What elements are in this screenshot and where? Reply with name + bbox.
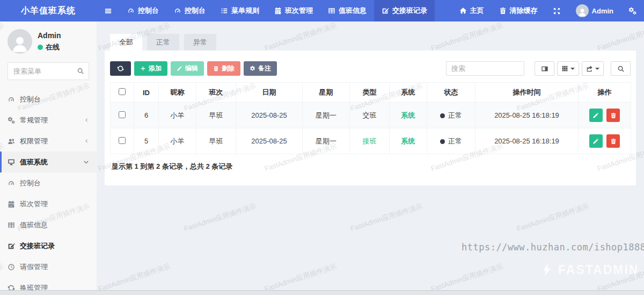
row-delete-button[interactable] xyxy=(606,109,620,122)
hamburger-icon xyxy=(104,7,112,15)
delete-button[interactable]: 删除 xyxy=(207,61,240,76)
column-header-actions: 操作 xyxy=(579,83,631,103)
nav-tab-dashboard-2[interactable]: 控制台 xyxy=(166,0,213,21)
sidebar-item-general-management[interactable]: 常规管理 xyxy=(0,110,97,131)
home-icon xyxy=(459,7,467,15)
nav-tab-duty-info[interactable]: 值班信息 xyxy=(320,0,374,21)
row-edit-button[interactable] xyxy=(589,109,603,122)
filter-tabs: 全部 正常 异常 xyxy=(110,34,636,51)
row-edit-button[interactable] xyxy=(589,134,603,148)
cell-optime: 2025-08-25 16:18:19 xyxy=(475,128,579,154)
column-header-type: 类型 xyxy=(350,83,390,103)
tab-abnormal[interactable]: 异常 xyxy=(184,34,216,51)
cell-nickname: 小羊 xyxy=(159,103,196,128)
cell-shift: 早班 xyxy=(196,103,236,128)
add-label: 添加 xyxy=(149,64,162,73)
clear-cache-button[interactable]: 清除缓存 xyxy=(492,0,545,21)
tab-normal[interactable]: 正常 xyxy=(147,34,179,51)
user-menu[interactable]: Admin xyxy=(568,0,621,21)
table-header-row: ID 昵称 班次 日期 星期 类型 系统 状态 操作时间 操作 xyxy=(111,83,631,103)
table-search-input[interactable] xyxy=(446,61,524,76)
table-icon xyxy=(8,221,15,229)
fullscreen-button[interactable] xyxy=(545,0,568,21)
add-button[interactable]: 添加 xyxy=(134,61,167,76)
online-dot-icon xyxy=(38,45,43,50)
cell-optime: 2025-08-25 16:18:19 xyxy=(475,103,579,128)
row-delete-button[interactable] xyxy=(606,134,620,148)
cell-status: 正常 xyxy=(427,128,475,154)
cell-type: 交班 xyxy=(350,103,390,128)
sidebar-user-status: 在线 xyxy=(38,42,61,52)
export-button[interactable] xyxy=(582,61,604,76)
nav-tab-dashboard-1[interactable]: 控制台 xyxy=(120,0,166,21)
cell-shift: 早班 xyxy=(196,128,236,154)
sidebar-item-duty-info[interactable]: 值班信息 xyxy=(0,214,97,235)
nav-tab-shift-management[interactable]: 班次管理 xyxy=(267,0,320,21)
status-dot-icon xyxy=(440,113,445,118)
sidebar-item-handover-records[interactable]: 交接班记录 xyxy=(0,235,97,256)
sidebar-item-label: 请假管理 xyxy=(20,262,48,272)
home-label: 主页 xyxy=(470,6,484,16)
pencil-icon xyxy=(592,112,599,119)
sidebar-menu: 控制台 常规管理 权限管理 值班系统 控制台 xyxy=(0,89,97,295)
pagination-summary: 显示第 1 到第 2 条记录，总共 2 条记录 xyxy=(110,162,631,171)
sidebar-item-permission-management[interactable]: 权限管理 xyxy=(0,131,97,152)
sidebar-user-panel: Admin 在线 xyxy=(0,21,97,57)
sidebar-item-label: 控制台 xyxy=(20,95,41,104)
row-checkbox[interactable] xyxy=(119,111,126,118)
settings-button[interactable] xyxy=(621,0,644,21)
table-icon xyxy=(328,7,335,15)
sidebar-item-leave-management[interactable]: 请假管理 xyxy=(0,256,97,277)
cell-system: 系统 xyxy=(390,128,427,154)
cell-status: 正常 xyxy=(427,103,475,128)
nav-tab-handover-records[interactable]: 交接班记录 xyxy=(374,0,435,21)
sidebar-item-label: 常规管理 xyxy=(20,116,48,125)
tab-all[interactable]: 全部 xyxy=(110,34,142,51)
note-button[interactable]: 备注 xyxy=(244,61,277,76)
nav-tab-label: 控制台 xyxy=(138,6,159,16)
search-icon xyxy=(617,65,625,73)
dashboard-icon xyxy=(174,7,181,15)
table-row: 5 小羊 早班 2025-08-25 星期一 接班 系统 正常 2025-08-… xyxy=(111,128,631,154)
sidebar-item-shift-management[interactable]: 班次管理 xyxy=(0,193,97,214)
horizontal-scrollbar[interactable] xyxy=(0,290,644,295)
cell-system: 系统 xyxy=(390,103,427,128)
fullscreen-icon xyxy=(553,7,561,15)
fastadmin-brand-watermark: FASTADMIN xyxy=(539,262,639,277)
monitor-icon xyxy=(8,159,15,166)
toolbar: 添加 编辑 删除 备注 xyxy=(110,61,631,76)
cell-weekday: 星期一 xyxy=(303,103,350,128)
cogs-icon xyxy=(8,117,15,124)
home-button[interactable]: 主页 xyxy=(452,0,492,21)
refresh-button[interactable] xyxy=(110,61,131,76)
dashboard-icon xyxy=(127,7,135,15)
cell-type: 接班 xyxy=(350,128,390,154)
nav-tab-label: 控制台 xyxy=(185,6,206,16)
row-checkbox[interactable] xyxy=(119,137,126,144)
sidebar-item-label: 权限管理 xyxy=(20,136,48,146)
cogs-icon xyxy=(628,7,636,15)
search-icon xyxy=(77,67,84,75)
edit-button[interactable]: 编辑 xyxy=(171,61,204,76)
sidebar-item-duty-dashboard[interactable]: 控制台 xyxy=(0,172,97,193)
top-navbar: 小羊值班系统 控制台 控制台 菜单规则 班次管理 值班信息 交接班记录 xyxy=(0,0,644,21)
columns-button[interactable] xyxy=(557,61,579,76)
toggle-view-button[interactable] xyxy=(535,61,554,76)
column-header-system: 系统 xyxy=(390,83,427,103)
sidebar-item-label: 值班系统 xyxy=(20,157,48,167)
edit-icon xyxy=(8,242,15,250)
search-button[interactable] xyxy=(611,61,631,76)
cell-date: 2025-08-25 xyxy=(236,103,303,128)
nav-tab-menu-rules[interactable]: 菜单规则 xyxy=(213,0,267,21)
sidebar-item-duty-system[interactable]: 值班系统 xyxy=(0,152,97,172)
export-icon xyxy=(586,65,593,72)
trash-icon xyxy=(610,112,617,119)
status-dot-icon xyxy=(440,139,445,144)
select-all-checkbox[interactable] xyxy=(119,88,126,95)
cell-id: 5 xyxy=(134,128,159,154)
sidebar-user-name: Admin xyxy=(38,31,61,40)
sidebar-toggle-button[interactable] xyxy=(97,0,120,21)
sidebar: Admin 在线 控制台 常规管理 权限管理 xyxy=(0,21,97,295)
sidebar-item-dashboard[interactable]: 控制台 xyxy=(0,89,97,110)
edit-icon xyxy=(382,7,389,15)
